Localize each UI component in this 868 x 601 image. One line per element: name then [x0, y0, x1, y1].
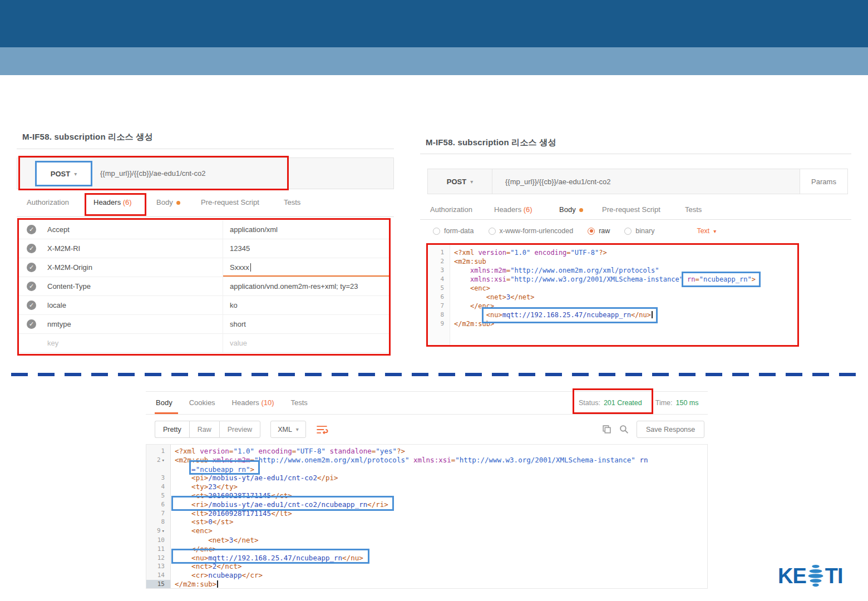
- divider: [17, 216, 394, 217]
- header-enabled-checkbox[interactable]: ✓: [27, 282, 36, 291]
- header-enabled-checkbox[interactable]: ✓: [27, 225, 36, 234]
- tab-headers[interactable]: Headers (6): [494, 205, 532, 214]
- keti-logo-icon: [807, 563, 824, 589]
- text-cursor: [217, 580, 218, 588]
- code-line: 5 <ct>20160928T171145</ct>: [146, 491, 707, 500]
- header-value[interactable]: short: [223, 315, 389, 333]
- header-key[interactable]: nmtype: [36, 320, 223, 328]
- copy-icon[interactable]: [602, 425, 611, 434]
- code-line: 6 <net>3</net>: [427, 293, 797, 302]
- url-input[interactable]: {{mp_url}}/{{cb}}/ae-edu1/cnt-co2: [505, 169, 610, 194]
- header-key-placeholder[interactable]: key: [36, 339, 223, 347]
- code-line: 4 xmlns:xsi="http://www.w3.org/2001/XMLS…: [427, 275, 797, 284]
- code-line: 10 <net>3</net>: [146, 536, 707, 545]
- fold-arrow-icon[interactable]: ▾: [162, 457, 165, 463]
- method-label: POST: [447, 178, 466, 186]
- wrap-text-icon[interactable]: [316, 425, 328, 434]
- line-number: 15: [146, 580, 170, 589]
- header-enabled-checkbox[interactable]: ✓: [27, 319, 36, 329]
- header-enabled-checkbox[interactable]: ✓: [27, 244, 36, 253]
- header-value-placeholder[interactable]: value: [223, 334, 389, 352]
- search-icon[interactable]: [619, 425, 629, 434]
- params-button[interactable]: Params: [800, 169, 848, 194]
- tab-prerequest[interactable]: Pre-request Script: [602, 205, 660, 214]
- code-line: 5 <enc>: [427, 284, 797, 293]
- code-line: 1<?xml version="1.0" encoding="UTF-8"?>: [427, 248, 797, 257]
- header-key[interactable]: X-M2M-RI: [36, 244, 223, 253]
- tab-headers-label: Headers: [93, 198, 121, 206]
- header-enabled-checkbox[interactable]: ✓: [27, 263, 36, 272]
- tab-body[interactable]: Body: [559, 205, 583, 214]
- line-number: 1: [427, 248, 450, 257]
- header-row[interactable]: ✓localeko: [18, 296, 389, 315]
- preview-button[interactable]: Preview: [219, 421, 260, 438]
- response-tab-tests[interactable]: Tests: [291, 398, 308, 407]
- header-row[interactable]: ✓Content-Typeapplication/vnd.onem2m-res+…: [18, 277, 389, 296]
- tab-prerequest[interactable]: Pre-request Script: [201, 198, 259, 206]
- radio-label: x-www-form-urlencoded: [500, 227, 574, 235]
- line-number: 1: [146, 447, 170, 456]
- radio-icon: [624, 228, 632, 235]
- keti-logo-left-text: KE: [778, 564, 806, 588]
- header-value[interactable]: 12345: [223, 239, 389, 258]
- header-key[interactable]: X-M2M-Origin: [36, 263, 223, 272]
- tab-tests[interactable]: Tests: [685, 205, 702, 214]
- header-key[interactable]: Content-Type: [36, 282, 223, 290]
- save-response-button[interactable]: Save Response: [637, 421, 704, 438]
- code-line: 12 <nu>mqtt://192.168.25.47/ncubeapp_rn<…: [146, 554, 707, 563]
- tab-body[interactable]: Body: [156, 198, 180, 206]
- response-body-editor[interactable]: 1<?xml version="1.0" encoding="UTF-8" st…: [146, 444, 708, 589]
- request-body-editor[interactable]: 1<?xml version="1.0" encoding="UTF-8"?>2…: [427, 245, 797, 346]
- url-input[interactable]: {{mp_url}}/{{cb}}/ae-edu1/cnt-co2: [100, 157, 205, 189]
- response-tab-headers[interactable]: Headers (10): [232, 398, 274, 407]
- tab-headers[interactable]: Headers (6): [93, 198, 132, 206]
- headers-table[interactable]: ✓Acceptapplication/xml✓X-M2M-RI12345✓X-M…: [18, 220, 389, 353]
- code-line: 8 <nu>mqtt://192.168.25.47/ncubeapp_rn</…: [427, 311, 797, 319]
- tab-body-label: Body: [559, 205, 576, 214]
- header-value[interactable]: application/vnd.onem2m-res+xml; ty=23: [223, 277, 389, 295]
- method-select[interactable]: POST▾: [427, 169, 492, 194]
- code-line: 3 xmlns:m2m="http://www.onem2m.org/xml/p…: [427, 266, 797, 275]
- line-number: 11: [146, 545, 170, 554]
- line-number: 2: [427, 257, 450, 266]
- raw-button[interactable]: Raw: [189, 421, 219, 438]
- header-value[interactable]: ko: [223, 296, 389, 314]
- tab-headers-label: Headers: [494, 205, 521, 214]
- code-line: 11 </enc>: [146, 545, 707, 554]
- header-key[interactable]: locale: [36, 301, 223, 309]
- pretty-button[interactable]: Pretty: [155, 421, 189, 438]
- response-tab-body[interactable]: Body: [156, 398, 172, 407]
- radio-label: form-data: [444, 227, 474, 235]
- radio-form-data[interactable]: form-data: [433, 227, 474, 235]
- code-line: 6 <ri>/mobius-yt/ae-edu1/cnt-co2/ncubeap…: [146, 500, 707, 509]
- keti-logo: KE TI: [778, 563, 843, 589]
- raw-format-select[interactable]: Text▾: [697, 227, 716, 235]
- radio-label: binary: [635, 227, 654, 235]
- tab-authorization[interactable]: Authorization: [27, 198, 69, 206]
- header-row[interactable]: ✓Acceptapplication/xml: [18, 220, 389, 239]
- radio-icon: [489, 228, 496, 235]
- tab-authorization[interactable]: Authorization: [430, 205, 472, 214]
- method-select[interactable]: POST▾: [35, 161, 92, 186]
- header-row[interactable]: ✓nmtypeshort: [18, 315, 389, 334]
- header-row-placeholder[interactable]: ✓ key value: [18, 334, 389, 353]
- radio-raw[interactable]: raw: [588, 227, 610, 235]
- format-select[interactable]: XML▾: [270, 421, 306, 438]
- tab-tests[interactable]: Tests: [284, 198, 300, 206]
- header-row[interactable]: ✓X-M2M-RI12345: [18, 239, 389, 258]
- response-tab-cookies[interactable]: Cookies: [189, 398, 215, 407]
- code-line: 8 <st>0</st>: [146, 518, 707, 526]
- header-key[interactable]: Accept: [36, 225, 223, 234]
- radio-binary[interactable]: binary: [624, 227, 654, 235]
- header-enabled-checkbox[interactable]: ✓: [27, 300, 36, 310]
- keti-logo-right-text: TI: [825, 564, 843, 588]
- radio-icon-selected: [588, 228, 595, 235]
- line-number: 2▾: [146, 456, 170, 465]
- header-value[interactable]: application/xml: [223, 220, 389, 239]
- fold-arrow-icon[interactable]: ▾: [162, 528, 165, 534]
- code-line: 3 <pi>/mobius-yt/ae-edu1/cnt-co2</pi>: [146, 474, 707, 482]
- radio-urlencoded[interactable]: x-www-form-urlencoded: [489, 227, 574, 235]
- header-value[interactable]: Sxxxx: [223, 258, 389, 277]
- line-number: 4: [427, 275, 450, 284]
- header-row[interactable]: ✓X-M2M-OriginSxxxx: [18, 258, 389, 277]
